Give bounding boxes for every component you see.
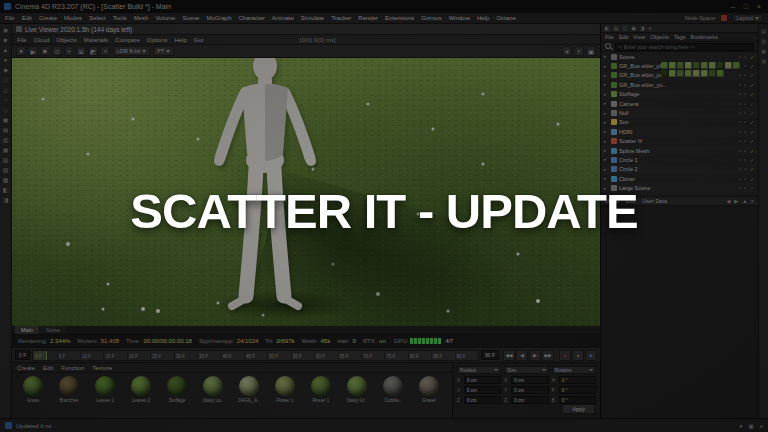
- material-tag[interactable]: [693, 70, 700, 77]
- menu-item[interactable]: Compare: [115, 37, 140, 43]
- panel-icon[interactable]: ▶: [734, 198, 738, 204]
- expand-arrow-icon[interactable]: [604, 101, 609, 106]
- pass-tab-noise[interactable]: Noise: [40, 326, 66, 334]
- dock-tab-icon[interactable]: ▧: [761, 58, 766, 64]
- object-row[interactable]: Sun: [601, 118, 758, 127]
- transport-button[interactable]: ▶▶: [542, 350, 554, 361]
- menu-item[interactable]: Help: [174, 37, 186, 43]
- expand-arrow-icon[interactable]: [604, 92, 609, 97]
- toolbar-icon[interactable]: ⊞: [76, 46, 86, 56]
- enable-toggle[interactable]: [749, 54, 755, 60]
- coord-value-field[interactable]: 0 cm: [464, 396, 501, 404]
- visibility-toggles[interactable]: [739, 167, 747, 171]
- panel-icon[interactable]: ◀: [726, 198, 730, 204]
- status-bar-icon[interactable]: ●: [739, 423, 742, 429]
- visibility-toggles[interactable]: [739, 83, 747, 87]
- tool-icon[interactable]: ◨: [3, 197, 9, 204]
- pass-tab-main[interactable]: Main: [15, 326, 39, 334]
- menu-item[interactable]: Volume: [155, 15, 175, 21]
- menu-item[interactable]: File: [605, 34, 614, 40]
- toolbar-icon[interactable]: +: [64, 46, 74, 56]
- menu-item[interactable]: Objects: [650, 34, 669, 40]
- menu-item[interactable]: Create: [17, 365, 35, 371]
- material-tag[interactable]: [661, 70, 668, 77]
- toolbar-icon[interactable]: ◩: [88, 46, 98, 56]
- coord-value-field[interactable]: 0 °: [559, 376, 596, 384]
- menu-item[interactable]: Gizmos: [421, 15, 441, 21]
- tool-icon[interactable]: □: [4, 77, 8, 84]
- expand-arrow-icon[interactable]: [604, 139, 609, 144]
- material-tag[interactable]: [685, 62, 692, 69]
- tool-icon[interactable]: ◉: [3, 27, 8, 34]
- menu-item[interactable]: Edit: [22, 15, 32, 21]
- node-space-icon[interactable]: [720, 14, 728, 22]
- material-item[interactable]: Gravel: [412, 376, 446, 403]
- tool-icon[interactable]: ○: [4, 97, 8, 104]
- material-tag[interactable]: [717, 62, 724, 69]
- enable-toggle[interactable]: [749, 138, 755, 144]
- material-tag[interactable]: [693, 62, 700, 69]
- position-dropdown[interactable]: Position: [457, 366, 501, 374]
- panel-icon[interactable]: ◨: [640, 25, 645, 31]
- expand-arrow-icon[interactable]: [604, 54, 609, 59]
- dock-tab-icon[interactable]: ▤: [761, 28, 766, 34]
- object-row[interactable]: Stoffage: [601, 90, 758, 99]
- dock-tab-icon[interactable]: ▥: [761, 38, 766, 44]
- visibility-toggles[interactable]: [739, 111, 747, 115]
- visibility-toggles[interactable]: [739, 149, 747, 153]
- search-input[interactable]: [615, 43, 754, 51]
- dock-tab-icon[interactable]: ▦: [761, 48, 766, 54]
- tool-icon[interactable]: ▧: [3, 157, 9, 164]
- visibility-toggles[interactable]: [739, 139, 747, 143]
- material-item[interactable]: Daisy Gr..: [340, 376, 374, 403]
- menu-item[interactable]: Tracker: [331, 15, 351, 21]
- playhead[interactable]: [33, 351, 47, 360]
- tool-icon[interactable]: ◆: [3, 67, 8, 74]
- material-item[interactable]: Leaves 2: [124, 376, 158, 403]
- keyframe-button[interactable]: ●: [572, 350, 584, 361]
- transport-button[interactable]: ◀: [516, 350, 528, 361]
- material-item[interactable]: Cobble..: [376, 376, 410, 403]
- coord-value-field[interactable]: 0 °: [559, 386, 596, 394]
- expand-arrow-icon[interactable]: [604, 120, 609, 125]
- menu-item[interactable]: Mode: [605, 198, 619, 204]
- object-row[interactable]: Scatter It!: [601, 137, 758, 146]
- material-tag[interactable]: [701, 62, 708, 69]
- menu-item[interactable]: File: [5, 15, 15, 21]
- menu-item[interactable]: Simulate: [301, 15, 324, 21]
- material-item[interactable]: Leaves 1: [88, 376, 122, 403]
- object-row[interactable]: Scene: [601, 52, 758, 61]
- object-row[interactable]: Null: [601, 108, 758, 117]
- tool-icon[interactable]: ●: [4, 57, 8, 64]
- tool-icon[interactable]: △: [3, 87, 8, 94]
- object-row[interactable]: Camera: [601, 99, 758, 108]
- tool-icon[interactable]: ▩: [3, 177, 9, 184]
- tool-icon[interactable]: ▲: [3, 47, 9, 54]
- menu-item[interactable]: Texture: [92, 365, 112, 371]
- object-row[interactable]: Circle 1: [601, 155, 758, 164]
- coord-value-field[interactable]: 0 cm: [511, 386, 548, 394]
- enable-toggle[interactable]: [749, 129, 755, 135]
- maximize-button[interactable]: □: [744, 3, 748, 10]
- enable-toggle[interactable]: [749, 185, 755, 191]
- tool-icon[interactable]: ◇: [3, 107, 8, 114]
- toolbar-icon[interactable]: ⊙: [52, 46, 62, 56]
- object-row[interactable]: HDRI: [601, 127, 758, 136]
- close-button[interactable]: ×: [757, 3, 761, 10]
- menu-item[interactable]: Help: [477, 15, 489, 21]
- menu-item[interactable]: Objects: [56, 37, 76, 43]
- object-row[interactable]: Cloner: [601, 174, 758, 183]
- material-tag[interactable]: [717, 70, 724, 77]
- panel-icon[interactable]: ▤: [614, 25, 619, 31]
- enable-toggle[interactable]: [749, 72, 755, 78]
- expand-arrow-icon[interactable]: [604, 167, 609, 172]
- live-viewer-titlebar[interactable]: Live Viewer 2020.1.5h (144 days left): [12, 24, 600, 35]
- material-tag[interactable]: [677, 70, 684, 77]
- expand-arrow-icon[interactable]: [604, 176, 609, 181]
- menu-item[interactable]: Cloud: [34, 37, 50, 43]
- material-item[interactable]: Rosier 1: [304, 376, 338, 403]
- expand-arrow-icon[interactable]: [604, 129, 609, 134]
- toolbar-icon[interactable]: ●: [16, 46, 26, 56]
- transport-button[interactable]: ◀◀: [503, 350, 515, 361]
- toolbar-icon[interactable]: ☀: [562, 46, 572, 56]
